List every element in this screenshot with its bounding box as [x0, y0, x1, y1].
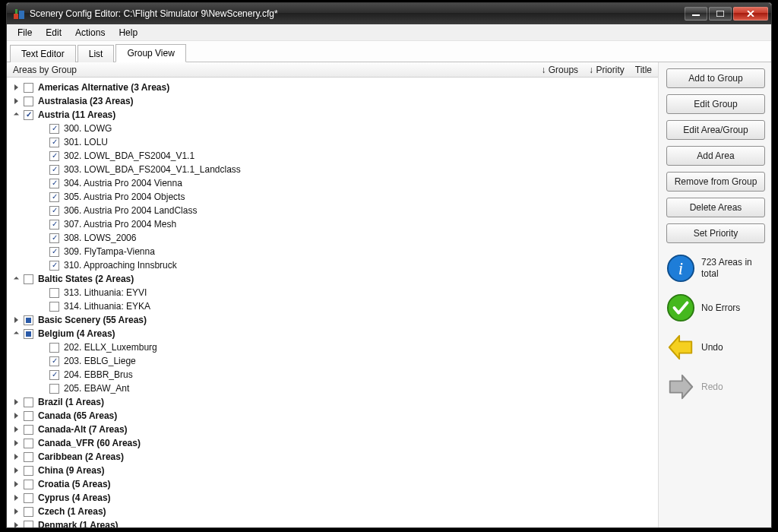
checkbox[interactable]: [49, 343, 59, 353]
checkbox[interactable]: [24, 521, 33, 528]
expander-icon[interactable]: [11, 480, 21, 489]
expander-icon[interactable]: [11, 466, 21, 475]
tree-group-row[interactable]: Canada (65 Areas): [7, 409, 658, 423]
expander-icon[interactable]: [11, 315, 21, 325]
tree-group-row[interactable]: Americas Alternative (3 Areas): [7, 81, 658, 94]
expander-icon[interactable]: [11, 439, 21, 448]
redo-button[interactable]: Redo: [666, 372, 765, 401]
tree-item-row[interactable]: 301. LOLU: [7, 135, 658, 149]
tab-group-view[interactable]: Group View: [115, 44, 185, 62]
tree-item-row[interactable]: 300. LOWG: [7, 122, 658, 135]
checkbox[interactable]: [49, 288, 59, 298]
add-area-button[interactable]: Add Area: [666, 146, 765, 166]
undo-button[interactable]: Undo: [666, 333, 765, 362]
checkbox[interactable]: [49, 233, 59, 243]
tree-item-row[interactable]: 302. LOWL_BDA_FS2004_V1.1: [7, 149, 658, 163]
checkbox[interactable]: [49, 179, 59, 188]
menu-help[interactable]: Help: [112, 26, 144, 40]
tree-group-row[interactable]: Czech (1 Areas): [7, 505, 658, 518]
expander-icon[interactable]: [11, 97, 21, 106]
checkbox[interactable]: [24, 274, 33, 284]
checkbox[interactable]: [49, 138, 59, 147]
remove-from-group-button[interactable]: Remove from Group: [666, 172, 765, 192]
tree-item-row[interactable]: 202. ELLX_Luxemburg: [7, 340, 658, 354]
tree-group-row[interactable]: Caribbean (2 Areas): [7, 450, 658, 464]
menu-actions[interactable]: Actions: [69, 26, 111, 40]
checkbox[interactable]: [49, 165, 59, 175]
checkbox[interactable]: [24, 452, 33, 462]
titlebar[interactable]: Scenery Config Editor: C:\Flight Simulat…: [7, 3, 771, 24]
checkbox[interactable]: [49, 247, 59, 257]
expander-icon[interactable]: [11, 274, 21, 283]
expander-icon[interactable]: [11, 425, 21, 434]
close-button[interactable]: [733, 7, 768, 21]
tree-group-row[interactable]: Croatia (5 Areas): [7, 477, 658, 491]
tree-group-row[interactable]: Baltic States (2 Areas): [7, 272, 658, 286]
checkbox[interactable]: [24, 83, 33, 93]
tree-item-row[interactable]: 304. Austria Pro 2004 Vienna: [7, 176, 658, 190]
expander-icon[interactable]: [11, 493, 21, 502]
checkbox[interactable]: [49, 384, 59, 394]
checkbox[interactable]: [24, 397, 33, 407]
tree-item-row[interactable]: 309. FlyTampa-Vienna: [7, 245, 658, 258]
tab-list[interactable]: List: [77, 45, 115, 62]
tree-group-row[interactable]: Austria (11 Areas): [7, 108, 658, 122]
tree-item-row[interactable]: 307. Austria Pro 2004 Mesh: [7, 217, 658, 231]
maximize-button[interactable]: [709, 7, 732, 21]
tree-view[interactable]: Americas Alternative (3 Areas)Australasi…: [7, 78, 658, 527]
checkbox[interactable]: [24, 466, 33, 476]
expander-icon[interactable]: [11, 397, 21, 407]
checkbox[interactable]: [24, 425, 33, 435]
tree-item-row[interactable]: 205. EBAW_Ant: [7, 382, 658, 395]
expander-icon[interactable]: [11, 521, 21, 527]
delete-areas-button[interactable]: Delete Areas: [666, 198, 765, 217]
checkbox[interactable]: [24, 411, 33, 421]
edit-group-button[interactable]: Edit Group: [666, 94, 765, 114]
checkbox[interactable]: [24, 507, 33, 517]
expander-icon[interactable]: [11, 452, 21, 461]
tree-group-row[interactable]: Canada_VFR (60 Areas): [7, 436, 658, 450]
col-areas-by-group[interactable]: Areas by Group: [13, 65, 530, 75]
checkbox[interactable]: [49, 151, 59, 161]
tree-item-row[interactable]: 203. EBLG_Liege: [7, 354, 658, 368]
checkbox[interactable]: [49, 124, 59, 134]
checkbox[interactable]: [24, 110, 33, 120]
tree-item-row[interactable]: 303. LOWL_BDA_FS2004_V1.1_Landclass: [7, 163, 658, 176]
tree-group-row[interactable]: Denmark (1 Areas): [7, 518, 658, 527]
tree-item-row[interactable]: 308. LOWS_2006: [7, 231, 658, 245]
tree-group-row[interactable]: Cyprus (4 Areas): [7, 491, 658, 505]
menu-file[interactable]: File: [11, 26, 38, 40]
tree-item-row[interactable]: 204. EBBR_Brus: [7, 368, 658, 382]
checkbox[interactable]: [24, 329, 33, 339]
expander-icon[interactable]: [11, 411, 21, 420]
col-title[interactable]: Title: [635, 65, 652, 75]
checkbox[interactable]: [24, 315, 33, 325]
expander-icon[interactable]: [11, 329, 21, 338]
tree-group-row[interactable]: China (9 Areas): [7, 464, 658, 477]
checkbox[interactable]: [24, 493, 33, 503]
expander-icon[interactable]: [11, 83, 21, 92]
tree-group-row[interactable]: Brazil (1 Areas): [7, 395, 658, 409]
checkbox[interactable]: [49, 302, 59, 312]
tree-item-row[interactable]: 310. Approaching Innsbruck: [7, 258, 658, 272]
col-groups[interactable]: ↓ Groups: [541, 65, 578, 75]
checkbox[interactable]: [49, 356, 59, 366]
edit-area-group-button[interactable]: Edit Area/Group: [666, 120, 765, 140]
checkbox[interactable]: [49, 261, 59, 271]
tree-item-row[interactable]: 306. Austria Pro 2004 LandClass: [7, 204, 658, 217]
checkbox[interactable]: [49, 220, 59, 230]
checkbox[interactable]: [49, 370, 59, 380]
tree-group-row[interactable]: Belgium (4 Areas): [7, 327, 658, 340]
tab-text-editor[interactable]: Text Editor: [10, 45, 76, 62]
checkbox[interactable]: [49, 192, 59, 202]
checkbox[interactable]: [24, 97, 33, 106]
tree-item-row[interactable]: 305. Austria Pro 2004 Objects: [7, 190, 658, 204]
checkbox[interactable]: [24, 480, 33, 489]
tree-group-row[interactable]: Basic Scenery (55 Areas): [7, 313, 658, 327]
menu-edit[interactable]: Edit: [40, 26, 68, 40]
tree-group-row[interactable]: Australasia (23 Areas): [7, 94, 658, 108]
add-to-group-button[interactable]: Add to Group: [666, 68, 765, 88]
tree-group-row[interactable]: Canada-Alt (7 Areas): [7, 423, 658, 436]
expander-icon[interactable]: [11, 507, 21, 516]
col-priority[interactable]: ↓ Priority: [589, 65, 625, 75]
